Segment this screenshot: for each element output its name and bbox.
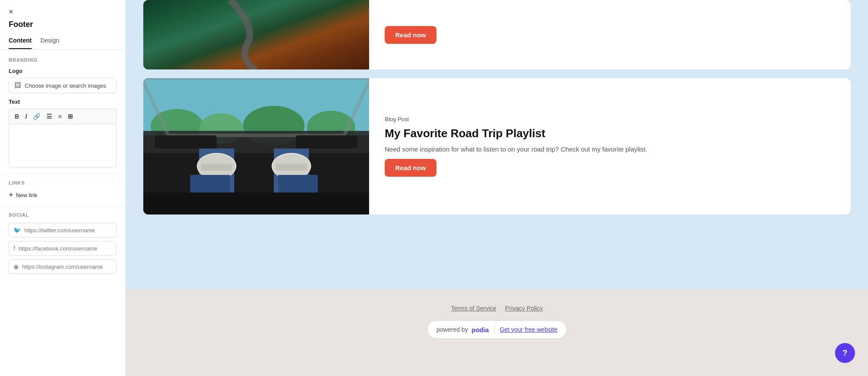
twitter-icon: 🐦: [13, 227, 21, 234]
podia-brand: podia: [472, 326, 489, 333]
choose-image-button[interactable]: 🖼 Choose image or search images: [9, 78, 117, 93]
branding-label: BRANDING: [9, 57, 117, 63]
rich-text-toolbar: B I 🔗 ☰ ≡ ⊞: [9, 109, 117, 124]
powered-by-bar: powered by podia Get your free website: [427, 320, 566, 339]
branding-section: BRANDING Logo 🖼 Choose image or search i…: [0, 49, 125, 99]
social-label: SOCIAL: [9, 212, 117, 218]
get-free-link[interactable]: Get your free website: [500, 326, 558, 333]
blog-card-2-image: [143, 78, 369, 214]
new-link-label: New link: [16, 192, 37, 198]
svg-rect-6: [155, 135, 217, 148]
image-icon: 🖼: [14, 82, 21, 89]
social-section: SOCIAL 🐦 f ◉: [0, 206, 125, 284]
instagram-icon: ◉: [13, 263, 19, 270]
right-content: Read now: [126, 0, 868, 376]
footer-links: Terms of Service Privacy Policy: [451, 305, 543, 312]
close-button[interactable]: ×: [9, 8, 13, 16]
choose-image-label: Choose image or search images: [25, 82, 106, 89]
twitter-input[interactable]: [24, 227, 112, 234]
panel-title: Footer: [9, 20, 117, 29]
text-label: Text: [9, 99, 117, 105]
blog-card-1: Read now: [143, 0, 851, 69]
terms-link[interactable]: Terms of Service: [451, 305, 496, 312]
new-link-button[interactable]: + New link: [9, 191, 37, 200]
instagram-input[interactable]: [22, 264, 112, 270]
separator: [494, 325, 495, 334]
blog-card-1-image: [143, 0, 369, 69]
instagram-input-wrapper: ◉: [9, 259, 117, 274]
links-label: LINKS: [9, 180, 117, 185]
powered-by-label: powered by: [436, 326, 468, 333]
text-section: Text B I 🔗 ☰ ≡ ⊞: [0, 99, 125, 174]
blog-card-1-content: Read now: [369, 0, 851, 69]
blog-card-2: Blog Post My Favorite Road Trip Playlist…: [143, 78, 851, 214]
blog-area: Read now: [126, 0, 868, 289]
svg-rect-14: [201, 164, 232, 171]
facebook-input[interactable]: [19, 245, 112, 252]
blog-card-2-content: Blog Post My Favorite Road Trip Playlist…: [369, 78, 851, 214]
links-section: LINKS + New link: [0, 174, 125, 206]
read-now-button-2[interactable]: Read now: [385, 159, 436, 177]
logo-label: Logo: [9, 68, 117, 74]
panel-tabs: Content Design: [0, 33, 125, 49]
plus-icon: +: [9, 191, 13, 200]
panel-header: ×: [0, 0, 125, 20]
tab-content[interactable]: Content: [9, 33, 32, 49]
blog-post-title: My Favorite Road Trip Playlist: [385, 127, 835, 140]
link-button[interactable]: 🔗: [31, 112, 43, 121]
facebook-icon: f: [13, 245, 15, 252]
text-editor[interactable]: [9, 124, 117, 168]
blog-post-desc: Need some inspiration for what to listen…: [385, 145, 835, 155]
italic-button[interactable]: I: [23, 112, 29, 121]
privacy-link[interactable]: Privacy Policy: [505, 305, 543, 312]
bold-button[interactable]: B: [13, 112, 21, 121]
footer-area: Terms of Service Privacy Policy powered …: [126, 289, 868, 376]
svg-rect-7: [296, 135, 357, 148]
help-icon: ?: [843, 349, 848, 358]
bullet-list-button[interactable]: ☰: [44, 112, 54, 121]
help-button[interactable]: ?: [835, 343, 855, 363]
facebook-input-wrapper: f: [9, 241, 117, 256]
blog-post-label: Blog Post: [385, 116, 835, 122]
read-now-button-1[interactable]: Read now: [385, 26, 436, 44]
numbered-list-button[interactable]: ≡: [56, 112, 64, 121]
code-button[interactable]: ⊞: [66, 112, 75, 121]
tab-design[interactable]: Design: [40, 33, 59, 49]
twitter-input-wrapper: 🐦: [9, 223, 117, 237]
left-panel: × Footer Content Design BRANDING Logo 🖼 …: [0, 0, 126, 376]
svg-rect-15: [276, 164, 307, 171]
svg-rect-18: [143, 192, 369, 214]
